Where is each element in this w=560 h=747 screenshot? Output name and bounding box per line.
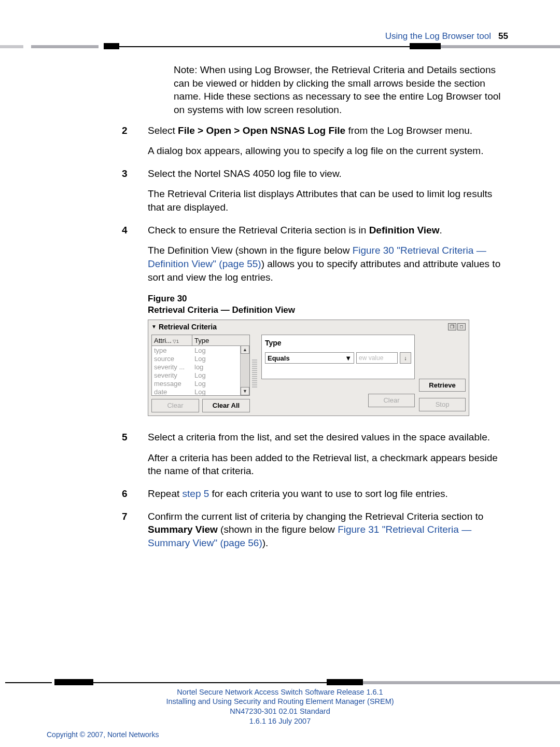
footer-rule <box>0 681 560 685</box>
figure-caption: Figure 30 Retrieval Criteria — Definitio… <box>148 293 508 316</box>
type-label: Type <box>265 338 411 348</box>
chevron-down-icon: ▼ <box>345 354 352 363</box>
maximize-icon[interactable]: ❐ <box>448 323 456 330</box>
step-number: 6 <box>122 487 128 501</box>
table-row: severity ...log <box>152 363 249 371</box>
window-controls: ❐ □ <box>448 323 466 330</box>
scroll-down-icon[interactable]: ▼ <box>241 387 249 395</box>
step-link[interactable]: step 5 <box>183 488 209 499</box>
clear-all-button[interactable]: Clear All <box>202 399 250 412</box>
retrieval-criteria-panel: ▼ Retrieval Criteria ❐ □ Attri...▽1 Type <box>148 320 469 416</box>
section-title: Using the Log Browser tool <box>385 31 491 41</box>
panel-title: Retrieval Criteria <box>159 322 217 332</box>
value-input[interactable]: ew value <box>356 352 398 364</box>
table-row: messageLog <box>152 379 249 388</box>
criteria-table[interactable]: Attri...▽1 Type typeLog sourceLog severi… <box>151 335 250 396</box>
step-6: 6 Repeat step 5 for each criteria you wa… <box>148 487 508 501</box>
operator-select[interactable]: Equals ▼ <box>265 352 354 364</box>
step-number: 2 <box>122 124 128 137</box>
clear-button[interactable]: Clear <box>368 394 415 407</box>
table-row: typeLog <box>152 346 249 354</box>
clear-button[interactable]: Clear <box>151 399 199 412</box>
table-row: dateLog <box>152 388 249 396</box>
sort-icon[interactable]: ▽1 <box>173 339 179 344</box>
step-number: 7 <box>122 510 128 523</box>
step-7: 7 Confirm the current list of criteria b… <box>148 510 508 550</box>
step-number: 5 <box>122 431 128 444</box>
scroll-up-icon[interactable]: ▲ <box>241 345 249 354</box>
retrieve-button[interactable]: Retrieve <box>419 379 466 392</box>
restore-icon[interactable]: □ <box>457 323 466 330</box>
collapse-arrow-icon[interactable]: ▼ <box>151 323 157 330</box>
step-4: 4 Check to ensure the Retrieval Criteria… <box>148 224 508 284</box>
step-5: 5 Select a criteria from the list, and s… <box>148 431 508 478</box>
step-2: 2 Select File > Open > Open NSNAS Log Fi… <box>148 124 508 158</box>
page-header: Using the Log Browser tool 55 <box>47 31 513 42</box>
table-row: severityLog <box>152 371 249 379</box>
stop-button[interactable]: Stop <box>419 398 466 411</box>
step-number: 3 <box>122 167 128 181</box>
add-value-button[interactable]: ↓ <box>400 352 411 364</box>
footer: Nortel Secure Network Access Switch Soft… <box>47 687 513 726</box>
step-3: 3 Select the Nortel SNAS 4050 log file t… <box>148 167 508 214</box>
scrollbar[interactable]: ▲ ▼ <box>240 345 249 395</box>
type-panel: Type Equals ▼ ew value ↓ <box>261 335 415 379</box>
page-number: 55 <box>498 31 508 41</box>
note-text: Note: When using Log Browser, the Retrie… <box>174 63 508 117</box>
arrow-down-icon: ↓ <box>404 354 407 362</box>
copyright: Copyright © 2007, Nortel Networks <box>47 730 159 739</box>
resize-grip[interactable] <box>252 359 257 388</box>
header-rule <box>0 45 560 49</box>
step-number: 4 <box>122 224 128 237</box>
table-row: sourceLog <box>152 354 249 363</box>
